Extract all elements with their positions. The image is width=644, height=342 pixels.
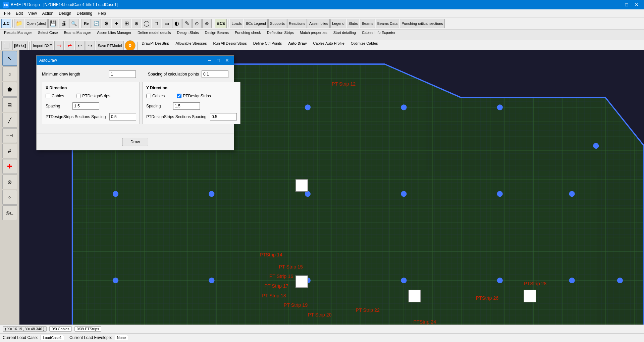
beams-mgr-button[interactable]: Beams Manager — [61, 31, 94, 39]
plus-button[interactable]: + — [112, 19, 121, 28]
slabs-button[interactable]: Slabs — [347, 19, 360, 28]
min-draw-input[interactable] — [109, 70, 136, 78]
beams-button[interactable]: Beams — [360, 19, 375, 28]
grid-tool[interactable]: # — [2, 144, 17, 158]
deflection-strips-button[interactable]: Deflection Strips — [264, 31, 297, 39]
menu-help[interactable]: Help — [95, 9, 109, 17]
zoom-button[interactable]: 🔍 — [69, 19, 78, 28]
refresh-button[interactable]: 🔄 — [92, 19, 101, 28]
punching-button[interactable]: Punching critical sections — [400, 19, 445, 28]
zoom-tool[interactable]: ⌕ — [2, 66, 17, 81]
design-slabs-button[interactable]: Design Slabs — [174, 31, 202, 39]
menu-action[interactable]: Action — [40, 9, 56, 17]
design-beams-button[interactable]: Design Beams — [202, 31, 231, 39]
define-model-button[interactable]: Define model details — [135, 31, 174, 39]
menu-detailing[interactable]: Detailing — [74, 9, 95, 17]
bcs-legend-button[interactable]: BCs Legend — [244, 19, 268, 28]
auto-draw-button[interactable]: Auto Draw — [285, 41, 309, 50]
dialog-restore-button[interactable]: □ — [214, 57, 222, 64]
arrow2-button[interactable]: ⇌ — [65, 41, 74, 50]
open-des-button[interactable]: Open (.des) — [25, 19, 48, 28]
y-cables-checkbox[interactable] — [146, 94, 151, 98]
menu-view[interactable]: View — [25, 9, 40, 17]
cables-auto-button[interactable]: Cables Auto Profile — [310, 41, 347, 50]
edit1-button[interactable]: ✎ — [182, 19, 192, 28]
dialog-minimize-button[interactable]: ─ — [206, 57, 214, 64]
dialog-close-button[interactable]: ✕ — [223, 57, 231, 64]
assemblies-button[interactable]: Assemblies — [308, 19, 330, 28]
y-ptd-input[interactable] — [210, 113, 237, 120]
hline-tool[interactable]: ─⊣ — [2, 128, 17, 143]
run-all-button[interactable]: Run All DesignStrips — [210, 41, 249, 50]
connect-tool[interactable]: ◎⊏ — [2, 205, 17, 220]
cursor-tool[interactable]: ↖ — [2, 51, 17, 66]
define-ctrl-button[interactable]: Define Ctrl Points — [251, 41, 285, 50]
undo-strip-button[interactable]: ⬜ — [1, 41, 11, 50]
legend-button[interactable]: Legend — [330, 19, 346, 28]
punching-check-button[interactable]: Punching check — [232, 31, 264, 39]
match-props-button[interactable]: Match properties — [297, 31, 330, 39]
x-ptd-input[interactable] — [109, 113, 136, 120]
menu-design[interactable]: Design — [56, 9, 74, 17]
spacing-calc-input[interactable] — [202, 70, 228, 78]
allowable-stress-button[interactable]: Allowable Stresses — [173, 41, 209, 50]
minimize-button[interactable]: ─ — [612, 1, 621, 8]
shape5-button[interactable]: ⊗ — [202, 19, 212, 28]
y-spacing-input[interactable] — [173, 102, 200, 110]
arrow1-button[interactable]: ⇒ — [54, 41, 64, 50]
eye-tool[interactable]: ⊗ — [2, 175, 17, 189]
rect-button[interactable]: ▭ — [162, 19, 171, 28]
x-cables-checkbox[interactable] — [46, 94, 50, 98]
select-case-button[interactable]: Select Case — [35, 31, 60, 39]
shape4-button[interactable]: ⊙ — [192, 19, 202, 28]
supports-button[interactable]: Supports — [268, 19, 286, 28]
bcs-button[interactable]: BCs — [215, 19, 227, 28]
y-ptdesign-checkbox[interactable] — [177, 94, 181, 98]
svg-text:PTStrip 28: PTStrip 28 — [524, 281, 547, 286]
cables-info-button[interactable]: Cables Info Exporter — [359, 31, 398, 39]
x-direction-title: X Direction — [46, 86, 136, 90]
undo-button[interactable]: ↩ — [75, 41, 85, 50]
x-ptdesign-checkbox[interactable] — [76, 94, 81, 98]
settings-button[interactable]: ⚙ — [102, 19, 111, 28]
separator-t3 — [29, 42, 30, 50]
svg-point-83 — [569, 278, 575, 283]
menu-file[interactable]: File — [1, 9, 13, 17]
lc-button[interactable]: .LC — [1, 19, 11, 28]
re-button[interactable]: Re — [82, 19, 91, 28]
import-dxf-button[interactable]: Import DXF — [31, 41, 53, 50]
save-button[interactable]: 💾 — [48, 19, 58, 28]
start-detailing-button[interactable]: Start detailing — [331, 31, 359, 39]
beams-data-button[interactable]: Beams Data — [376, 19, 399, 28]
reactions-button[interactable]: Reactions — [287, 19, 307, 28]
ptpap-button[interactable]: ⚙ — [125, 40, 136, 51]
open-file-button[interactable]: 📁 — [14, 19, 24, 28]
loads-button[interactable]: Loads — [230, 19, 243, 28]
svg-text:PTStrip 24: PTStrip 24 — [413, 319, 436, 325]
shape3-button[interactable]: ◐ — [172, 19, 181, 28]
assemblies-mgr-button[interactable]: Assemblies Manager — [94, 31, 134, 39]
grid-button[interactable]: ⊞ — [122, 19, 131, 28]
line-tool[interactable]: ╱ — [2, 113, 17, 128]
menu-edit[interactable]: Edit — [13, 9, 25, 17]
strip-tool-button[interactable]: [M+kx] — [12, 41, 28, 50]
draw-button[interactable]: Draw — [122, 138, 148, 146]
shape1-button[interactable]: ◯ — [142, 19, 151, 28]
svg-rect-91 — [296, 180, 308, 192]
draw-des-strip-button[interactable]: DrawPTDesStrip — [139, 41, 172, 50]
shape2-button[interactable]: ⌗ — [152, 19, 161, 28]
close-button[interactable]: ✕ — [632, 1, 641, 8]
save-model-button[interactable]: Save PTModel — [96, 41, 123, 50]
layer-tool[interactable]: ▤ — [2, 97, 17, 112]
results-mgr-button[interactable]: Results Manager — [1, 31, 35, 39]
redo-button[interactable]: ↪ — [86, 41, 95, 50]
shape-tool[interactable]: ⬟ — [2, 82, 17, 97]
x-spacing-input[interactable] — [72, 102, 99, 110]
print-button[interactable]: 🖨 — [59, 19, 68, 28]
point-tool[interactable]: ✚ — [2, 159, 17, 174]
nodes-tool[interactable]: ⁘ — [2, 190, 17, 205]
maximize-button[interactable]: □ — [622, 1, 631, 8]
node-button[interactable]: ⊕ — [132, 19, 141, 28]
optimize-button[interactable]: Optimize Cables — [348, 41, 381, 50]
dialog-titlebar[interactable]: AutoDraw ─ □ ✕ — [37, 56, 234, 65]
